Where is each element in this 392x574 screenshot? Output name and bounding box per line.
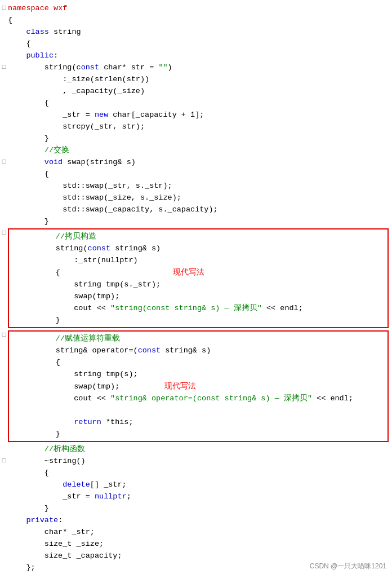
footer-credit: CSDN @一只大喵咪1201 bbox=[304, 559, 392, 574]
red-box-1-wrapper: □ //拷贝构造 string(const string& s) :_str(n… bbox=[0, 227, 392, 329]
code-text: strcpy(_str, str); bbox=[8, 121, 392, 133]
code-text: { bbox=[8, 14, 392, 26]
code-line: std::swap(_capacity, s._capacity); bbox=[0, 204, 392, 215]
code-line: delete[] _str; bbox=[0, 479, 392, 491]
code-line: □ void swap(string& s) bbox=[0, 156, 392, 168]
code-text: class string bbox=[8, 26, 392, 38]
code-text: _str = nullptr; bbox=[8, 491, 392, 502]
code-line: private: bbox=[0, 514, 392, 526]
code-line: _str = new char[_capacity + 1]; bbox=[0, 109, 392, 121]
code-line: //析构函数 bbox=[0, 443, 392, 455]
code-line: } bbox=[0, 133, 392, 144]
code-text: string& operator=(const string& s) bbox=[19, 345, 385, 356]
code-text: //析构函数 bbox=[8, 443, 392, 455]
code-text: { bbox=[19, 356, 385, 368]
fold-button[interactable]: □ bbox=[0, 329, 8, 341]
code-line: } bbox=[11, 314, 385, 326]
code-line: { bbox=[0, 14, 392, 26]
code-text: _str = new char[_capacity + 1]; bbox=[8, 109, 392, 121]
code-line: string(const string& s) bbox=[11, 242, 385, 254]
code-line: swap(tmp); bbox=[11, 290, 385, 302]
fold-button[interactable]: □ bbox=[0, 156, 8, 168]
fold-button[interactable]: □ bbox=[0, 61, 8, 73]
code-text: {现代写法 bbox=[19, 266, 385, 279]
code-line: return *this; bbox=[11, 416, 385, 428]
code-line: string tmp(s._str); bbox=[11, 279, 385, 290]
code-line: □ namespace wxf bbox=[0, 2, 392, 14]
code-text: string tmp(s._str); bbox=[19, 279, 385, 290]
code-line: string& operator=(const string& s) bbox=[11, 345, 385, 356]
code-text: swap(tmp); bbox=[19, 290, 385, 302]
code-line: std::swap(_str, s._str); bbox=[0, 180, 392, 192]
code-line: swap(tmp);现代写法 bbox=[11, 380, 385, 392]
code-line: std::swap(_size, s._size); bbox=[0, 192, 392, 204]
code-line: :_size(strlen(str)) bbox=[0, 73, 392, 85]
code-lines-bottom: //析构函数 □ ~string() { delete[] _str; _str… bbox=[0, 443, 392, 574]
code-line: { bbox=[11, 356, 385, 368]
modern-label-2: 现代写法 bbox=[164, 381, 196, 390]
code-text: private: bbox=[8, 514, 392, 526]
code-line: cout << "string& operator=(const string&… bbox=[11, 392, 385, 404]
code-text: //交换 bbox=[8, 144, 392, 156]
code-line bbox=[11, 404, 385, 416]
code-line: char* _str; bbox=[0, 526, 392, 538]
code-text: public: bbox=[8, 50, 392, 61]
code-text: namespace wxf bbox=[8, 2, 392, 14]
code-line: strcpy(_str, str); bbox=[0, 121, 392, 133]
code-line: □ string(const char* str = "") bbox=[0, 61, 392, 73]
code-text: } bbox=[8, 133, 392, 144]
code-line: , _capacity(_size) bbox=[0, 85, 392, 97]
code-line: //拷贝构造 bbox=[11, 231, 385, 242]
code-line: { bbox=[0, 38, 392, 50]
code-text: cout << "string(const string& s) — 深拷贝" … bbox=[19, 302, 385, 314]
code-container: □ namespace wxf { class string { public:… bbox=[0, 0, 392, 574]
code-text: //拷贝构造 bbox=[19, 231, 385, 242]
code-line: {现代写法 bbox=[11, 266, 385, 279]
code-text: :_str(nullptr) bbox=[19, 254, 385, 266]
code-line: class string bbox=[0, 26, 392, 38]
fold-button[interactable]: □ bbox=[0, 227, 8, 239]
code-text: std::swap(_size, s._size); bbox=[8, 192, 392, 204]
code-text: delete[] _str; bbox=[8, 479, 392, 491]
code-line: □ ~string() bbox=[0, 455, 392, 467]
code-text: std::swap(_capacity, s._capacity); bbox=[8, 204, 392, 215]
red-box-copy-constructor: //拷贝构造 string(const string& s) :_str(nul… bbox=[8, 228, 389, 328]
code-text: swap(tmp);现代写法 bbox=[19, 380, 385, 392]
code-text: string tmp(s); bbox=[19, 368, 385, 380]
code-line: //赋值运算符重载 bbox=[11, 333, 385, 345]
code-text: cout << "string& operator=(const string&… bbox=[19, 392, 385, 404]
code-text: return *this; bbox=[19, 416, 385, 428]
code-lines-top: □ namespace wxf { class string { public:… bbox=[0, 2, 392, 227]
fold-button[interactable]: □ bbox=[0, 455, 8, 467]
code-text: { bbox=[8, 467, 392, 479]
code-line: _str = nullptr; bbox=[0, 491, 392, 502]
code-line: { bbox=[0, 97, 392, 109]
fold-button[interactable]: □ bbox=[0, 2, 8, 14]
code-text: string(const char* str = "") bbox=[8, 61, 392, 73]
code-text: string(const string& s) bbox=[19, 242, 385, 254]
code-line: cout << "string(const string& s) — 深拷贝" … bbox=[11, 302, 385, 314]
code-text: char* _str; bbox=[8, 526, 392, 538]
code-text bbox=[19, 404, 385, 416]
code-text: } bbox=[19, 428, 385, 440]
code-line: } bbox=[0, 215, 392, 227]
code-text: } bbox=[8, 502, 392, 514]
code-text: :_size(strlen(str)) bbox=[8, 73, 392, 85]
code-line: public: bbox=[0, 50, 392, 61]
code-text: } bbox=[19, 314, 385, 326]
code-line: { bbox=[0, 168, 392, 180]
code-text: } bbox=[8, 215, 392, 227]
code-line: string tmp(s); bbox=[11, 368, 385, 380]
code-line: { bbox=[0, 467, 392, 479]
red-box-2-wrapper: □ //赋值运算符重载 string& operator=(const stri… bbox=[0, 329, 392, 443]
code-text: { bbox=[8, 38, 392, 50]
code-text: { bbox=[8, 168, 392, 180]
code-text: //赋值运算符重载 bbox=[19, 333, 385, 345]
code-line: size_t _size; bbox=[0, 538, 392, 550]
code-line: } bbox=[0, 502, 392, 514]
modern-label-1: 现代写法 bbox=[173, 267, 204, 276]
code-text: ~string() bbox=[8, 455, 392, 467]
code-line: //交换 bbox=[0, 144, 392, 156]
code-text: void swap(string& s) bbox=[8, 156, 392, 168]
red-box-assignment-operator: //赋值运算符重载 string& operator=(const string… bbox=[8, 330, 389, 442]
